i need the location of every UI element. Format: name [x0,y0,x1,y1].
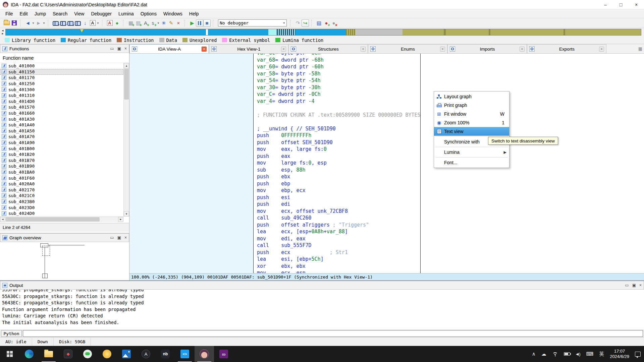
dark-app-icon[interactable]: ◆ [58,346,78,362]
disassembly-line[interactable]: mov ecx, esp [257,269,421,273]
create-function-icon[interactable]: ▦+ [127,19,135,27]
disassembly-line[interactable] [257,105,421,112]
python-command-input[interactable] [23,330,643,337]
undefine-icon[interactable]: × [175,19,182,27]
problems-icon[interactable]: A [106,19,113,27]
menu-edit[interactable]: Edit [16,10,31,17]
output-float-icon[interactable]: ▣ [632,283,636,288]
create-struct-icon[interactable]: s+ [149,19,157,27]
menu-jump[interactable]: Jump [31,10,49,17]
function-list-item[interactable]: fsub_401A40 [0,122,123,128]
function-list-item[interactable]: fsub_401B20 [0,152,123,158]
disassembly-line[interactable]: var_68= dword ptr -68h [257,57,421,64]
tab-close-icon[interactable]: × [440,47,445,52]
vscode-icon[interactable]: <> [175,346,195,362]
debugger-combo[interactable]: No debugger▾ [218,19,287,26]
save-icon[interactable] [10,19,18,27]
disassembly-line[interactable]: ; __unwind { // SEH_501D90 [257,125,421,132]
function-list-item[interactable]: fsub_401570 [0,104,123,110]
run-until-return-icon[interactable]: ↪ [302,19,309,27]
names-window-icon[interactable]: A [89,19,96,27]
taskbar-clock[interactable]: 17:07 2024/6/29 [610,349,629,359]
disassembly-line[interactable]: call sub_555F7D [257,242,421,249]
debug-stop-icon[interactable]: ■ [203,19,211,27]
touch-keyboard-icon[interactable]: ⌨ [586,351,594,357]
navigation-band[interactable] [5,29,641,36]
tab-enums[interactable]: Enums× [368,44,447,53]
overview-float-icon[interactable]: ▣ [117,235,121,240]
disassembly-line[interactable]: push ebx [257,173,421,180]
function-list-item[interactable]: fsub_401250 [0,81,123,87]
disassembly-line[interactable]: push offset aTriggers ; "Triggers" [257,222,421,229]
photos-app-icon[interactable] [117,346,136,362]
tab-exports[interactable]: Exports× [527,44,606,53]
maximize-button[interactable]: □ [613,0,629,9]
function-list-item[interactable]: fsub_401BA0 [0,169,123,175]
debug-start-icon[interactable]: ▶ [189,19,196,27]
function-list-item[interactable]: fsub_4014D0 [0,99,123,105]
onedrive-cloud-icon[interactable]: ☁ [541,351,546,357]
function-list-item[interactable]: fsub_401F60 [0,175,123,181]
menu-view[interactable]: View [71,10,88,17]
disassembly-line[interactable]: sub esp, 88h [257,167,421,174]
disassembly-line[interactable]: call sub_49C260 [257,215,421,222]
function-list-item[interactable]: fsub_401A70 [0,134,123,140]
tab-close-icon[interactable]: × [281,47,286,52]
functions-panel-header[interactable]: f Functions ▭ ▣ × [0,44,129,53]
visual-studio-icon[interactable]: ∞ [214,346,233,362]
context-menu-zoom-100-[interactable]: ◉Zoom 100%1 [434,118,509,127]
disassembly-line[interactable]: var_30= byte ptr -30h [257,84,421,91]
disassembly-line[interactable]: mov edi, eax [257,235,421,242]
tab-ida-view-a[interactable]: IDA View-A× [129,44,209,53]
disassembly-line[interactable]: xor ebx, ebx [257,263,421,270]
overview-viewport-rect[interactable] [42,246,50,256]
forward-dropdown-icon[interactable]: ▾ [42,19,46,27]
function-list-item[interactable]: fsub_4023B0 [0,199,123,205]
disassembly-line[interactable]: var_58= byte ptr -58h [257,70,421,77]
menu-lumina[interactable]: Lumina [115,10,137,17]
disassembly-line[interactable]: push ebp [257,180,421,187]
search-text-icon[interactable]: T [59,19,67,27]
menu-search[interactable]: Search [49,10,71,17]
nb-app-icon[interactable]: nb [156,346,175,362]
disassembly-line[interactable]: push offset SEH_501D90 [257,139,421,146]
tab-hex-view-1[interactable]: Hex View-1× [209,44,288,53]
graph-overview-header[interactable]: ▦ Graph overview ▭ ▣ × [0,233,129,242]
search-again-icon[interactable] [74,19,82,27]
functions-restore-icon[interactable]: ▭ [110,46,114,51]
function-list-item[interactable]: fsub_401310 [0,93,123,99]
function-list-item[interactable]: fsub_401A90 [0,140,123,146]
tab-list-button[interactable]: ▦ [637,44,644,53]
function-list-item[interactable]: fsub_4021C0 [0,193,123,199]
function-list-item[interactable]: fsub_401170 [0,75,123,81]
tray-chevron-up-icon[interactable]: ∧ [532,351,536,357]
functions-float-icon[interactable]: ▣ [117,46,121,51]
disassembly-line[interactable]: push edi [257,201,421,208]
functions-horizontal-scrollbar[interactable]: ◄ ► [0,217,123,222]
function-list-item[interactable]: fsub_4024D0 [0,210,123,217]
function-list-item[interactable]: fsub_401660 [0,110,123,116]
graph-overview-canvas[interactable] [0,242,129,280]
function-list-item[interactable]: fsub_401A30 [0,116,123,122]
scroll-up-icon[interactable]: ▲ [124,63,129,68]
tab-close-icon[interactable]: × [599,47,604,52]
disassembly-line[interactable]: push esi [257,194,421,201]
debug-pause-icon[interactable] [196,19,203,27]
output-restore-icon[interactable]: ▭ [625,283,629,288]
tab-imports[interactable]: Imports× [447,44,527,53]
disassembly-line[interactable] [257,118,421,125]
graph-view-canvas[interactable]: var_6C= byte ptr -6Chvar_68= dword ptr -… [129,54,644,273]
tab-close-icon[interactable]: × [202,47,207,52]
disassembly-line[interactable]: var_6C= byte ptr -6Ch [257,54,421,57]
tab-structures[interactable]: Structures× [288,44,368,53]
battery-icon[interactable] [564,352,570,356]
menu-windows[interactable]: Windows [160,10,186,17]
tab-close-icon[interactable]: × [361,47,366,52]
menu-options[interactable]: Options [137,10,160,17]
struct-dropdown-icon[interactable]: ▾ [157,19,160,27]
jump-to-address-icon[interactable]: ↓ [82,19,89,27]
disassembly-line[interactable]: var_60= dword ptr -60h [257,63,421,70]
function-list-item[interactable]: fsub_401A50 [0,128,123,134]
search-immediate-icon[interactable]: 101 [67,19,74,27]
volume-icon[interactable]: ◀) [576,352,581,357]
